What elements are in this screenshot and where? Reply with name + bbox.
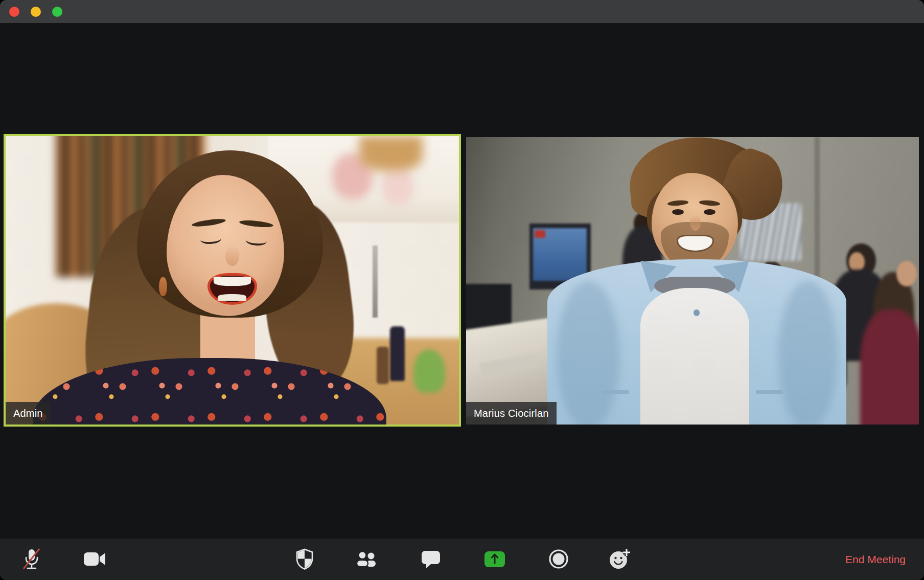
- fullscreen-window-button[interactable]: [52, 7, 62, 17]
- start-video-button[interactable]: [83, 547, 106, 571]
- reactions-button[interactable]: [608, 547, 632, 571]
- chat-bubble-icon: [421, 549, 441, 569]
- meeting-toolbar: End Meeting: [0, 539, 924, 580]
- video-camera-icon: [83, 551, 106, 567]
- participants-icon: [355, 550, 379, 568]
- end-meeting-button[interactable]: End Meeting: [845, 539, 906, 580]
- video-tile-marius[interactable]: Marius Ciocirlan: [466, 137, 919, 425]
- participant-name-label: Marius Ciocirlan: [466, 402, 557, 425]
- security-shield-icon: [295, 548, 314, 570]
- microphone-muted-icon: [21, 547, 42, 571]
- chat-button[interactable]: [419, 547, 443, 571]
- share-screen-button[interactable]: [483, 547, 506, 571]
- record-circle-icon: [548, 549, 569, 569]
- share-screen-pill: [484, 551, 505, 567]
- reactions-smiley-plus-icon: [608, 548, 632, 570]
- video-tile-admin[interactable]: Admin: [4, 134, 461, 427]
- meeting-window: Admin: [0, 0, 924, 580]
- video-feed-marius: [466, 137, 919, 425]
- security-button[interactable]: [293, 547, 316, 571]
- mute-button[interactable]: [20, 547, 43, 571]
- video-feed-admin: [6, 136, 459, 425]
- titlebar: [0, 0, 924, 23]
- participant-name-label: Admin: [6, 402, 51, 425]
- close-window-button[interactable]: [9, 7, 19, 17]
- minimize-window-button[interactable]: [31, 7, 41, 17]
- share-screen-arrow-icon: [490, 553, 499, 565]
- record-button[interactable]: [547, 547, 570, 571]
- participants-button[interactable]: [355, 547, 379, 571]
